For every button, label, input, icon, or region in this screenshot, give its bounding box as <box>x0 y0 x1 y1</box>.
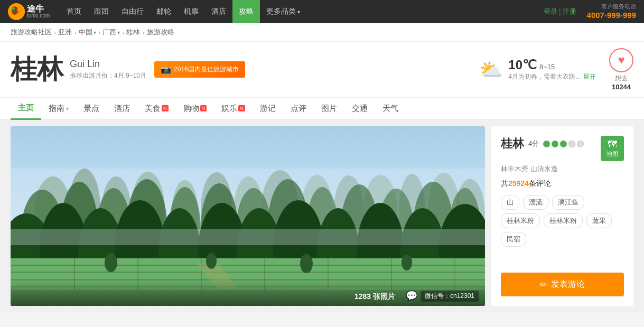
tab-food-badge: N <box>162 105 169 111</box>
photo-overlay: 1283 张照片 💬 微信号：cn12301 <box>11 279 485 306</box>
tab-food[interactable]: 美食 N <box>137 98 176 119</box>
photo-count[interactable]: 1283 张照片 <box>354 292 395 302</box>
breadcrumb-dropdown-3: ▾ <box>117 30 120 35</box>
nav-more-arrow: ▾ <box>297 9 300 15</box>
fav-count: 10244 <box>612 83 631 91</box>
page-tabs: 主页 指南 ▾ 景点 酒店 美食 N 购物 N 娱乐 N 游记 点评 图片 交通… <box>0 98 644 120</box>
breadcrumb-item-1[interactable]: 亚洲 <box>58 27 72 37</box>
nav-flight[interactable]: 机票 <box>178 0 205 23</box>
tag-5[interactable]: 蔬果 <box>586 213 612 228</box>
svg-point-64 <box>402 255 412 270</box>
weather-section: ⛅ 10℃ 8~15 4月为初春，需着大衣防... 展开 <box>479 58 596 81</box>
score-dots <box>543 141 584 147</box>
wechat-icon: 💬 <box>406 290 417 302</box>
dot-3 <box>560 141 567 147</box>
tag-3[interactable]: 桂林米粉 <box>501 213 540 228</box>
phone-service: 客户服务电话 4007-999-999 <box>587 3 636 21</box>
breadcrumb-arrow-0: › <box>54 29 56 36</box>
breadcrumb-arrow-4: › <box>142 29 144 36</box>
tab-diary[interactable]: 游记 <box>253 98 283 119</box>
comments-count-row: 共25924条评论 <box>501 179 624 189</box>
phone-label: 客户服务电话 <box>587 3 636 10</box>
tab-transport[interactable]: 交通 <box>344 98 375 119</box>
tag-2[interactable]: 漓江鱼 <box>552 195 584 210</box>
dot-5 <box>577 141 584 147</box>
post-button[interactable]: ✏ 发表游论 <box>501 273 624 296</box>
tab-shopping-badge: N <box>200 105 207 111</box>
info-city-name: 桂林 <box>501 136 524 152</box>
map-button[interactable]: 🗺 地图 <box>601 136 624 161</box>
nav-hotel[interactable]: 酒店 <box>205 0 232 23</box>
tab-hotel[interactable]: 酒店 <box>107 98 137 119</box>
register-link[interactable]: 注册 <box>563 7 576 16</box>
weather-icon: ⛅ <box>479 59 503 81</box>
svg-point-3 <box>12 8 14 10</box>
top-nav: 途牛 tuniu.com 首页 跟团 自由行 邮轮 机票 酒店 攻略 更多品类 … <box>0 0 644 23</box>
dot-4 <box>568 141 575 147</box>
logo[interactable]: 途牛 tuniu.com <box>8 3 50 20</box>
badge-camera-icon: 📷 <box>161 64 171 74</box>
breadcrumb-item-4[interactable]: 桂林 <box>126 27 140 37</box>
breadcrumb-item-2[interactable]: 中国 ▾ <box>79 27 96 37</box>
map-icon: 🗺 <box>608 139 617 150</box>
nav-guide[interactable]: 攻略 <box>232 0 260 23</box>
wechat-info: 💬 微信号：cn12301 <box>406 290 479 302</box>
tab-guide[interactable]: 指南 ▾ <box>41 98 76 119</box>
login-link[interactable]: 登录 <box>544 7 557 16</box>
svg-point-63 <box>300 254 313 273</box>
city-travel-months: 推荐出游月份：4月,9~10月 <box>70 71 146 80</box>
tab-photos[interactable]: 图片 <box>314 98 344 119</box>
tab-guide-arrow: ▾ <box>66 106 69 111</box>
info-title-row: 桂林 4分 <box>501 136 584 152</box>
fav-heart-button[interactable]: ♥ <box>609 48 633 72</box>
breadcrumb-dropdown-2: ▾ <box>94 30 96 35</box>
tag-6[interactable]: 民宿 <box>501 232 526 247</box>
breadcrumb-arrow-1: › <box>74 29 76 36</box>
nav-home[interactable]: 首页 <box>60 0 88 23</box>
temp-main: 10℃ <box>508 58 537 72</box>
nav-free-tour[interactable]: 自由行 <box>115 0 150 23</box>
tab-entertainment[interactable]: 娱乐 N <box>214 98 253 119</box>
svg-rect-48 <box>11 265 485 266</box>
tag-0[interactable]: 山 <box>501 195 519 210</box>
post-icon: ✏ <box>540 279 547 289</box>
badge-text: 2016国内最佳旅游城市 <box>174 65 239 74</box>
breadcrumb-arrow-2: › <box>98 29 100 36</box>
fav-label: 想去 <box>615 74 628 83</box>
wechat-label: 微信号：cn12301 <box>421 291 479 302</box>
city-name-block: Gui Lin 推荐出游月份：4月,9~10月 <box>70 59 146 80</box>
comments-number: 25924 <box>508 179 529 188</box>
tab-attractions[interactable]: 景点 <box>76 98 107 119</box>
svg-rect-49 <box>11 272 485 273</box>
logo-text: 途牛 <box>27 5 50 13</box>
weather-desc-row: 4月为初春，需着大衣防... 展开 <box>508 72 596 81</box>
tag-4[interactable]: 桂林米粉 <box>544 213 583 228</box>
breadcrumb-item-0[interactable]: 旅游攻略社区 <box>11 27 52 37</box>
temp-range: 8~15 <box>539 63 555 71</box>
tag-1[interactable]: 漂流 <box>523 195 548 210</box>
svg-rect-65 <box>11 229 485 245</box>
tab-weather[interactable]: 天气 <box>375 98 406 119</box>
info-header: 桂林 4分 🗺 地图 <box>501 136 624 161</box>
weather-expand[interactable]: 展开 <box>583 72 596 81</box>
tab-review[interactable]: 点评 <box>283 98 314 119</box>
breadcrumb-item-5[interactable]: 旅游攻略 <box>147 27 174 37</box>
svg-point-61 <box>105 253 117 272</box>
temperature-row: 10℃ 8~15 <box>508 58 596 72</box>
logo-sub: tuniu.com <box>27 13 50 18</box>
favorite-section: ♥ 想去 10244 <box>609 48 633 91</box>
tab-shopping[interactable]: 购物 N <box>176 98 214 119</box>
nav-more[interactable]: 更多品类 ▾ <box>260 0 306 23</box>
info-panel: 桂林 4分 🗺 地图 林丰木秀 山清水逸 共25924条评论 山 漂流 <box>491 126 633 306</box>
nav-right: 登录 | 注册 客户服务电话 4007-999-999 <box>544 3 636 21</box>
tab-entertainment-badge: N <box>238 105 245 111</box>
nav-group-tour[interactable]: 跟团 <box>88 0 115 23</box>
breadcrumb-item-3[interactable]: 广西 ▾ <box>102 27 120 37</box>
nav-cruise[interactable]: 邮轮 <box>150 0 178 23</box>
map-label: 地图 <box>606 150 618 158</box>
tab-home[interactable]: 主页 <box>11 98 41 120</box>
main-content: 1283 张照片 💬 微信号：cn12301 桂林 4分 <box>0 120 644 312</box>
city-header: 桂林 Gui Lin 推荐出游月份：4月,9~10月 📷 2016国内最佳旅游城… <box>0 42 644 98</box>
svg-point-5 <box>18 11 21 13</box>
breadcrumb: 旅游攻略社区 › 亚洲 › 中国 ▾ › 广西 ▾ › 桂林 › 旅游攻略 <box>0 23 644 42</box>
